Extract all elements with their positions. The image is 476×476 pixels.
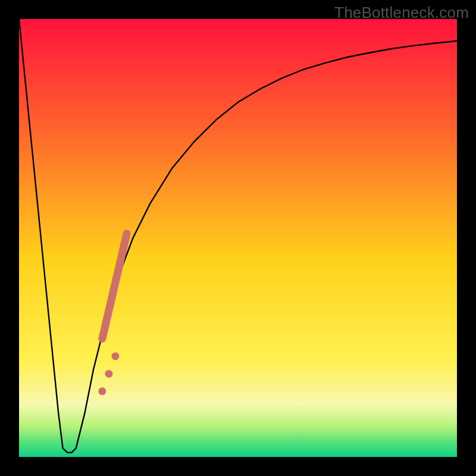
chart-frame: TheBottleneck.com [0, 0, 476, 476]
highlight-dot [105, 370, 112, 378]
chart-svg [19, 19, 457, 457]
highlight-dot [111, 352, 119, 360]
gradient-background [19, 19, 457, 457]
highlight-dot [98, 387, 106, 395]
plot-area [19, 19, 457, 457]
